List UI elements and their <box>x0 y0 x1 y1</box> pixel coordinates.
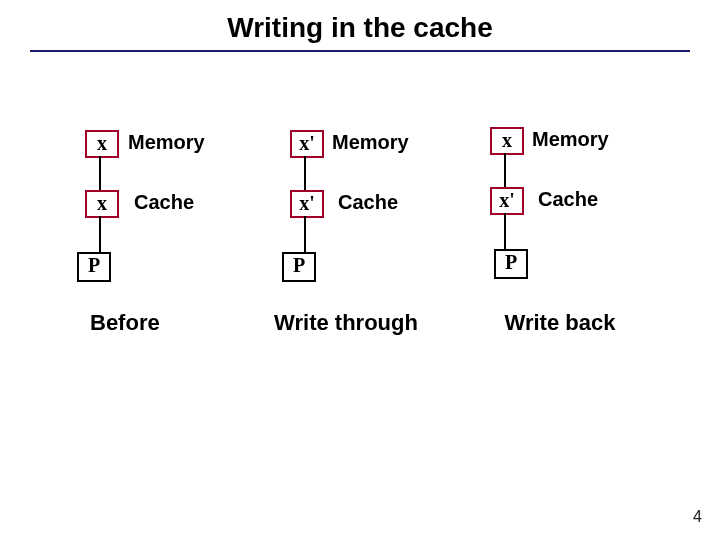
col3-cache-box: x' <box>490 187 524 215</box>
col1-cache-p-connector <box>99 216 101 252</box>
col3-mem-cache-connector <box>504 153 506 187</box>
col3-processor-box: P <box>494 249 528 279</box>
col3-cache-label: Cache <box>538 188 598 211</box>
col1-processor-box: P <box>77 252 111 282</box>
col1-cache-label: Cache <box>134 191 194 214</box>
col2-cache-p-connector <box>304 216 306 252</box>
col1-memory-box: x <box>85 130 119 158</box>
col3-memory-label: Memory <box>532 128 609 151</box>
col3-cache-p-connector <box>504 213 506 249</box>
col2-cache-box: x' <box>290 190 324 218</box>
col1-cache-box: x <box>85 190 119 218</box>
page-number: 4 <box>693 508 702 526</box>
col1-caption: Before <box>90 310 210 336</box>
diagram-canvas: x Memory x Cache P Before x' Memory x' C… <box>0 0 720 540</box>
col3-memory-box: x <box>490 127 524 155</box>
col2-caption: Write through <box>246 310 446 336</box>
col2-processor-box: P <box>282 252 316 282</box>
col2-memory-box: x' <box>290 130 324 158</box>
col3-caption: Write back <box>470 310 650 336</box>
col2-cache-label: Cache <box>338 191 398 214</box>
col1-memory-label: Memory <box>128 131 205 154</box>
col1-mem-cache-connector <box>99 156 101 190</box>
col2-memory-label: Memory <box>332 131 409 154</box>
col2-mem-cache-connector <box>304 156 306 190</box>
